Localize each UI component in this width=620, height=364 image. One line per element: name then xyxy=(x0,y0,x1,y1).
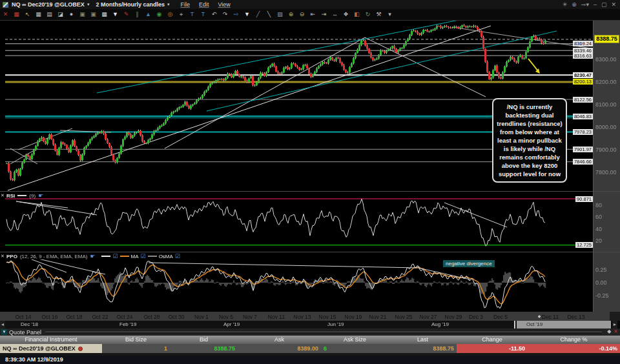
quote-table-row[interactable]: NQ ∞ Dec20'19 @GLOBEX18388.758389.006838… xyxy=(0,344,620,353)
divergence-label[interactable]: negative divergence xyxy=(443,260,495,267)
zoom-in-icon[interactable]: ⊕ xyxy=(287,10,295,19)
quote-panel-icons: ◆ ✕ xyxy=(607,329,618,334)
timeframe-dropdown-icon[interactable]: ▾ xyxy=(167,2,170,7)
speaker-icon[interactable]: ◆ xyxy=(607,329,611,334)
minimize-icon[interactable]: – xyxy=(594,1,597,8)
quote-col-header: Financial Instrument xyxy=(0,336,102,344)
ppo-tick: -0.25 xyxy=(595,292,609,299)
quote-table-header: Financial InstrumentBid SizeBidAskAsk Si… xyxy=(0,336,620,344)
undo-icon[interactable]: ↶ xyxy=(210,10,218,19)
price-tick: 8200.00 xyxy=(595,79,617,85)
maximize-icon[interactable]: ▢ xyxy=(601,1,607,8)
triangle-icon[interactable]: ▲ xyxy=(144,10,152,19)
bar-right-icon[interactable]: ⇥ xyxy=(320,10,328,19)
ppo-pointer-icon[interactable]: ☛ xyxy=(90,253,95,259)
chart-scrollbar[interactable]: ◄ Oct '19 ► Dec '18Feb '19Apr '19Jun '19… xyxy=(0,321,620,329)
chartbook-icon[interactable]: ▦ xyxy=(12,10,21,19)
zoom-out-icon[interactable]: ⊖ xyxy=(298,10,306,19)
rsi-close-icon[interactable]: ✕ xyxy=(1,193,5,198)
link-icon[interactable]: ⊕ xyxy=(572,1,577,8)
quote-change-pct[interactable]: -0.14% xyxy=(528,344,620,353)
eraser-icon[interactable]: ◪ xyxy=(56,10,65,19)
quote-ask-size[interactable]: 6 xyxy=(321,344,389,353)
close-chart-icon[interactable]: ✕ xyxy=(1,10,10,19)
crosshair-icon[interactable]: ⌖ xyxy=(177,10,185,19)
date-tick: Oct 24 xyxy=(116,314,132,320)
trendline-icon[interactable]: ╱ xyxy=(254,10,262,19)
close-icon[interactable]: ✕ xyxy=(611,1,616,8)
draw-line-icon[interactable]: ✎ xyxy=(122,10,130,19)
image2-icon[interactable]: ▣ xyxy=(89,10,98,19)
quote-col-header: Ask Size xyxy=(321,336,389,344)
timeframe-label[interactable]: 2 Months/Hourly candles xyxy=(96,1,165,8)
quote-bid-size[interactable]: 1 xyxy=(102,344,170,353)
symbol-dropdown-icon[interactable]: ▾ xyxy=(87,2,90,7)
ppo-legend-checkbox[interactable]: ☑ xyxy=(175,253,180,259)
dropdown-icon[interactable]: ▼ xyxy=(111,10,119,19)
ppo-legend-checkbox[interactable]: ☑ xyxy=(141,253,146,259)
sphere-icon[interactable]: ◉ xyxy=(155,10,163,19)
date-tick: Nov 21 xyxy=(369,314,387,320)
layout-icon[interactable]: ▦ xyxy=(100,10,108,19)
ppo-params[interactable]: (12, 26, 9 - EMA, EMA, EMA) xyxy=(20,254,87,259)
quote-instrument[interactable]: NQ ∞ Dec20'19 @GLOBEX xyxy=(0,344,102,353)
ppo-title[interactable]: PPO xyxy=(6,254,17,259)
clock-label: 8:39:30 AM 12/9/2019 xyxy=(5,356,63,363)
redo-icon[interactable]: ↷ xyxy=(221,10,229,19)
wrench-icon[interactable]: ⚒ xyxy=(375,10,383,19)
menu-edit[interactable]: Edit xyxy=(199,1,209,8)
date-tick: Dec 11 xyxy=(542,314,559,320)
level-chip: 8046.83 xyxy=(573,114,593,119)
rsi-pointer-icon[interactable]: ☛ xyxy=(38,192,43,199)
grid-icon[interactable]: ▦ xyxy=(34,10,43,19)
candles-icon[interactable]: ∥ xyxy=(133,10,141,19)
date-tick: Oct 14 xyxy=(15,314,31,320)
scroll-left-icon[interactable]: ◄ xyxy=(0,321,5,329)
quote-close-icon[interactable]: ✕ xyxy=(614,329,618,334)
quote-change[interactable]: -11.50 xyxy=(457,344,528,353)
print-icon[interactable]: ▤ xyxy=(45,10,54,19)
quote-col-header: Bid Size xyxy=(102,336,170,344)
date-tick: Oct 28 xyxy=(143,314,160,320)
palette-icon[interactable]: ◧ xyxy=(353,10,361,19)
forward-icon[interactable]: ⇨ xyxy=(232,10,240,19)
bar-left-icon[interactable]: ⇤ xyxy=(309,10,317,19)
annotation-note[interactable]: /NQ is currently backtesting dual trendl… xyxy=(492,98,567,183)
dropdown2-icon[interactable]: ▼ xyxy=(243,10,251,19)
rsi-param[interactable]: (9) xyxy=(29,193,36,199)
trendline2-icon[interactable]: ╲ xyxy=(265,10,273,19)
date-tick: Nov 25 xyxy=(395,314,413,320)
pin-icon[interactable]: ⊸▾ xyxy=(581,1,589,8)
quote-last[interactable]: 8388.75 xyxy=(389,344,457,353)
bar-spacing-icon[interactable]: ❖ xyxy=(342,10,350,19)
ppo-legend: ☑MA☑OsMA☑ xyxy=(101,253,180,259)
multiline-icon[interactable]: ▨ xyxy=(276,10,284,19)
settings-icon[interactable]: ✳ xyxy=(563,1,568,8)
scroll-month-label: Jun '19 xyxy=(327,321,344,327)
level-chip: 8230.47 xyxy=(573,72,593,78)
target-icon[interactable]: ◎ xyxy=(166,10,174,19)
level-chip: 8200.13 xyxy=(573,79,593,85)
quote-collapse-icon[interactable]: ▼ xyxy=(1,329,7,335)
ppo-close-icon[interactable]: ✕ xyxy=(1,254,5,259)
quote-panel-title: Quote Panel xyxy=(9,329,41,336)
status-bar: 8:39:30 AM 12/9/2019 xyxy=(0,356,620,364)
image-icon[interactable]: ▣ xyxy=(78,10,87,19)
bar-expand-icon[interactable]: ↔ xyxy=(331,10,339,19)
quote-bid[interactable]: 8388.75 xyxy=(170,344,238,353)
text-tool2-icon[interactable]: T xyxy=(199,10,207,19)
symbol-label[interactable]: NQ ∞ Dec20'19 @GLOBEX xyxy=(12,1,85,8)
pointer-tool-icon[interactable]: ↖ xyxy=(23,10,32,19)
menu-file[interactable]: File xyxy=(180,1,190,8)
scroll-right-icon[interactable]: ► xyxy=(612,321,617,329)
dropdown3-icon[interactable]: ▾ xyxy=(386,10,394,19)
circle-tool-icon[interactable]: ● xyxy=(67,10,76,19)
refresh-icon[interactable]: ↻ xyxy=(364,10,372,19)
quote-ask[interactable]: 8389.00 xyxy=(238,344,321,353)
rsi-title[interactable]: RSI xyxy=(6,193,15,199)
price-tick: 7900.00 xyxy=(595,147,617,153)
menu-view[interactable]: View xyxy=(218,1,230,8)
ppo-legend-checkbox[interactable]: ☑ xyxy=(112,253,118,259)
text-tool-icon[interactable]: T xyxy=(188,10,196,19)
date-tick: Nov 15 xyxy=(319,314,336,320)
